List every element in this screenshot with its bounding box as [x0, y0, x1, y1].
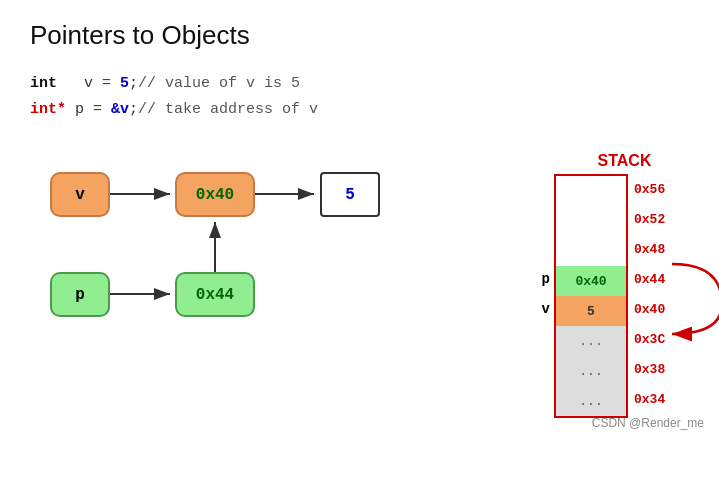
stack-label-empty-6 — [530, 354, 550, 384]
stack-addr-0: 0x56 — [634, 174, 679, 204]
stack-row-6: ... — [556, 356, 626, 386]
stack-row-2 — [556, 236, 626, 266]
stack-table: 0x40 5 ... ... ... — [554, 174, 628, 418]
code-line-1: int v = 5 ; // value of v is 5 — [30, 71, 689, 97]
page-container: Pointers to Objects int v = 5 ; // value… — [0, 0, 719, 438]
stack-cell-2 — [556, 236, 626, 266]
red-arrow-svg — [672, 259, 719, 339]
code-line-2: int* p = &v ; // take address of v — [30, 97, 689, 123]
stack-label-empty-0 — [530, 174, 550, 204]
code-text-1: v = — [57, 71, 120, 97]
stack-cell-p-value: 0x40 — [556, 266, 626, 296]
stack-area: STACK p v — [530, 152, 679, 418]
box-val: 5 — [320, 172, 380, 217]
box-v: v — [50, 172, 110, 217]
code-end-2: ; — [129, 97, 138, 123]
stack-label-p: p — [530, 264, 550, 294]
footer: CSDN @Render_me — [592, 416, 704, 430]
code-text-2: p = — [66, 97, 111, 123]
stack-cell-dot-1: ... — [556, 356, 626, 386]
stack-row-0 — [556, 176, 626, 206]
code-num-1: 5 — [120, 71, 129, 97]
stack-wrapper: p v — [530, 174, 679, 418]
stack-cell-v-value: 5 — [556, 296, 626, 326]
code-block: int v = 5 ; // value of v is 5 int* p = … — [30, 71, 689, 122]
stack-cell-1 — [556, 206, 626, 236]
code-addr-2: &v — [111, 97, 129, 123]
stack-label-v: v — [530, 294, 550, 324]
keyword-int: int — [30, 71, 57, 97]
stack-cell-dot-2: ... — [556, 386, 626, 416]
stack-label-empty-5 — [530, 324, 550, 354]
stack-row-3: 0x40 — [556, 266, 626, 296]
stack-cell-0 — [556, 176, 626, 206]
stack-label-empty-7 — [530, 384, 550, 414]
stack-label-empty-1 — [530, 204, 550, 234]
left-diagram: v 0x40 5 p 0x44 — [30, 152, 430, 352]
stack-row-4: 5 — [556, 296, 626, 326]
stack-row-1 — [556, 206, 626, 236]
stack-row-7: ... — [556, 386, 626, 416]
box-p: p — [50, 272, 110, 317]
stack-row-5: ... — [556, 326, 626, 356]
keyword-int-star: int* — [30, 97, 66, 123]
stack-labels-left: p v — [530, 174, 550, 414]
stack-label-empty-2 — [530, 234, 550, 264]
stack-addr-1: 0x52 — [634, 204, 679, 234]
stack-title: STACK — [570, 152, 679, 170]
diagram-area: v 0x40 5 p 0x44 — [30, 152, 689, 418]
page-title: Pointers to Objects — [30, 20, 689, 51]
stack-addr-7: 0x34 — [634, 384, 679, 414]
stack-labels-right: 0x56 0x52 0x48 0x44 0x40 — [634, 174, 679, 414]
box-addr-v: 0x40 — [175, 172, 255, 217]
code-comment-2: // take address of v — [138, 97, 318, 123]
stack-addr-6: 0x38 — [634, 354, 679, 384]
box-addr-p: 0x44 — [175, 272, 255, 317]
stack-addr-4: 0x40 — [634, 294, 679, 324]
code-end-1: ; — [129, 71, 138, 97]
code-comment-1: // value of v is 5 — [138, 71, 300, 97]
stack-cell-dot-0: ... — [556, 326, 626, 356]
